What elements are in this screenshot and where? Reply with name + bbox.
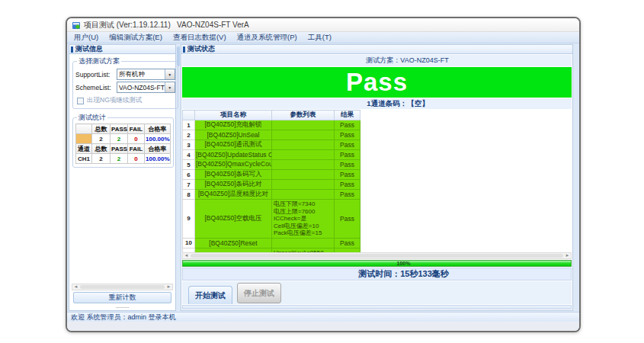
- progress-bar: 100%: [182, 260, 572, 267]
- test-status-body: 测试方案：VAO-NZ04S-FT Pass 1通道条码：【空】 项目名称 参数…: [181, 54, 573, 311]
- item-name: [BQ40Z50]温度精度比对: [195, 190, 272, 200]
- row-number: 1: [183, 120, 195, 130]
- stats-header-rate: 合格率: [145, 144, 171, 154]
- item-name: [BQ40Z50]QmaxCycleCount比对: [195, 160, 272, 170]
- table-horizontal-scrollbar[interactable]: ◄ ►: [182, 252, 572, 259]
- window-title: 项目测试 (Ver:1.19.12.11) VAO-NZ04S-FT VerA: [84, 20, 249, 30]
- menu-item-2[interactable]: 查看日志数据(V): [168, 33, 232, 43]
- splitter-handle-icon[interactable]: [177, 46, 180, 66]
- stats-header-total: 总数: [92, 144, 111, 154]
- supportlist-label: SupportList:: [75, 71, 117, 79]
- table-row[interactable]: 4[BQ40Z50]UpdateStatus CheckPass: [183, 150, 360, 160]
- channel-pass: 2: [111, 154, 128, 164]
- item-result: Pass: [335, 170, 360, 180]
- stats-group: 测试统计 总数 PASS FAIL 合格率: [72, 113, 174, 168]
- row-number: 5: [183, 160, 195, 170]
- stats-channel-row: CH1 2 2 0 100.00%: [76, 154, 171, 164]
- item-params: [272, 120, 335, 130]
- table-row[interactable]: 7[BQ40Z50]条码比对Pass: [183, 180, 360, 190]
- scrollbar-thumb[interactable]: [80, 285, 165, 289]
- panel-accent-icon: [183, 46, 185, 53]
- channel-total: 2: [92, 154, 111, 164]
- row-number: 6: [183, 170, 195, 180]
- menu-item-0[interactable]: 用户(U): [69, 33, 104, 43]
- bottom-strip: [182, 305, 572, 309]
- ng-continue-label: 出现NG项继续测试: [87, 96, 142, 105]
- menu-item-1[interactable]: 编辑测试方案(E): [104, 33, 168, 43]
- panel-header-test-status: 测试状态: [181, 44, 573, 54]
- item-params: [272, 130, 335, 140]
- stats-table: 总数 PASS FAIL 合格率 2 2 0 100.00%: [75, 123, 171, 164]
- chevron-down-icon[interactable]: ▼: [165, 69, 175, 79]
- channel-name: CH1: [76, 154, 92, 164]
- item-result: Pass: [335, 140, 360, 150]
- table-row[interactable]: 8[BQ40Z50]温度精度比对Pass: [183, 190, 360, 200]
- test-info-body: 选择测试方案 SupportList: 所有机种 ▼ SchemeList: V…: [69, 54, 176, 311]
- item-name: [BQ40Z50]空载电压: [195, 200, 272, 239]
- table-row[interactable]: 10[BQ40Z50]ResetPass: [183, 238, 360, 248]
- row-number: 10: [183, 238, 195, 248]
- item-name: [BQ40Z50]条码比对: [195, 180, 272, 190]
- item-params: [272, 190, 335, 200]
- scheme-name-line: 测试方案：VAO-NZ04S-FT: [182, 55, 572, 66]
- stats-header-fail: FAIL: [128, 144, 145, 154]
- schemelist-value: VAO-NZ04S-FT: [117, 84, 165, 91]
- stats-header-pass: PASS: [111, 124, 128, 134]
- summary-pass: 2: [111, 134, 128, 144]
- app-window: 项目测试 (Ver:1.19.12.11) VAO-NZ04S-FT VerA …: [66, 17, 581, 332]
- recount-dots: .........: [72, 303, 173, 309]
- stats-group-title: 测试统计: [77, 113, 107, 123]
- progress-label: 100%: [183, 261, 571, 267]
- item-result: Pass: [335, 190, 360, 200]
- status-bar: 欢迎 系统管理员：admin 登录本机: [67, 312, 579, 322]
- panel-header-label: 测试信息: [75, 44, 103, 54]
- panel-header-test-info: 测试信息: [69, 44, 176, 54]
- stats-header-rate: 合格率: [145, 124, 171, 134]
- menu-item-3[interactable]: 通道及系统管理(P): [232, 33, 303, 43]
- table-row[interactable]: 9[BQ40Z50]空载电压电压下限=7340 电压上限=7600 ICChec…: [183, 200, 360, 239]
- row-number: 9: [183, 200, 195, 239]
- table-row[interactable]: 1[BQ40Z50]充电解锁Pass: [183, 120, 360, 130]
- left-horizontal-scrollbar[interactable]: ◄ ►: [72, 284, 173, 290]
- left-panel-filler: [72, 171, 173, 284]
- scheme-group-title: 选择测试方案: [77, 56, 121, 66]
- stats-summary-row: 2 2 0 100.00%: [76, 134, 171, 144]
- test-items-body: 1[BQ40Z50]充电解锁Pass2[BQ40Z50]UnSealPass3[…: [183, 120, 360, 253]
- scroll-left-icon[interactable]: ◄: [183, 253, 190, 258]
- scroll-left-icon[interactable]: ◄: [72, 284, 79, 290]
- recount-button[interactable]: 重新计数: [73, 292, 171, 303]
- channel-fail: 0: [128, 154, 145, 164]
- start-test-button[interactable]: 开始测试: [188, 286, 232, 304]
- row-number: 7: [183, 180, 195, 190]
- barcode-line: 1通道条码：【空】: [182, 98, 572, 109]
- menu-bar: 用户(U)编辑测试方案(E)查看日志数据(V)通道及系统管理(P)工具(T): [67, 32, 579, 43]
- test-items-header-row: 项目名称 参数列表 结果: [183, 111, 360, 120]
- chevron-down-icon[interactable]: ▼: [165, 82, 175, 92]
- scroll-right-icon[interactable]: ►: [165, 284, 172, 290]
- item-name: [BQ40Z50]UpdateStatus Check: [195, 150, 272, 160]
- table-row[interactable]: 5[BQ40Z50]QmaxCycleCount比对Pass: [183, 160, 360, 170]
- menu-item-4[interactable]: 工具(T): [303, 33, 337, 43]
- table-row[interactable]: 6[BQ40Z50]条码写入Pass: [183, 170, 360, 180]
- schemelist-label: SchemeList:: [75, 84, 117, 91]
- item-name: [BQ40Z50]条码写入: [195, 170, 272, 180]
- item-result: Pass: [335, 200, 360, 239]
- scrollbar-thumb[interactable]: [191, 254, 563, 258]
- stats-blank-cell: [76, 124, 92, 134]
- item-params: [272, 180, 335, 190]
- stats-header-fail: FAIL: [128, 124, 145, 134]
- supportlist-combobox[interactable]: 所有机种 ▼: [117, 69, 175, 80]
- row-number: 2: [183, 130, 195, 140]
- stop-test-button[interactable]: 停止测试: [237, 283, 281, 303]
- item-name: [BQ40Z50]Reset: [195, 238, 272, 248]
- table-row[interactable]: 2[BQ40Z50]UnSealPass: [183, 130, 360, 140]
- schemelist-combobox[interactable]: VAO-NZ04S-FT ▼: [117, 82, 175, 93]
- item-result: Pass: [335, 160, 360, 170]
- ng-continue-checkbox[interactable]: [77, 98, 84, 104]
- summary-color-cell: [76, 134, 92, 144]
- row-number-header: [183, 111, 195, 120]
- scroll-right-icon[interactable]: ►: [564, 253, 571, 258]
- table-row[interactable]: 3[BQ40Z50]通讯测试Pass: [183, 140, 360, 150]
- panel-header-label: 测试状态: [187, 44, 215, 54]
- title-bar[interactable]: 项目测试 (Ver:1.19.12.11) VAO-NZ04S-FT VerA: [67, 18, 579, 32]
